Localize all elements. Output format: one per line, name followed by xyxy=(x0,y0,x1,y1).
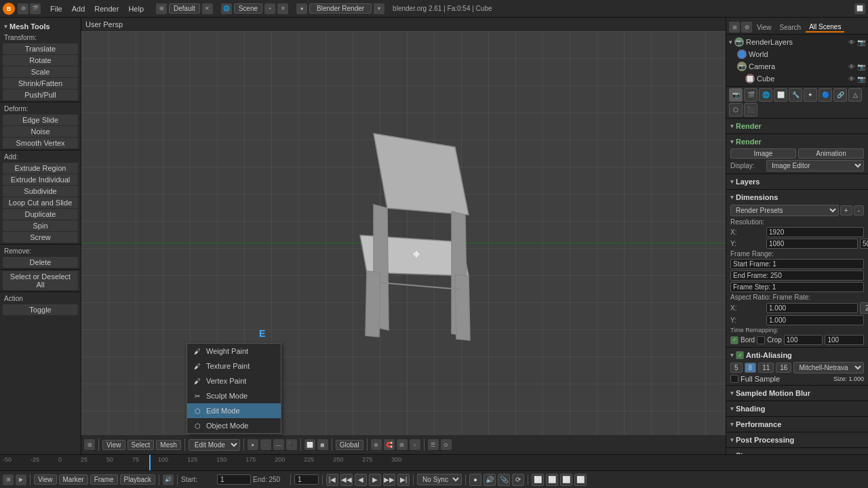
tab-all-scenes[interactable]: All Scenes xyxy=(806,22,844,33)
camera-render[interactable]: 📷 xyxy=(857,63,865,70)
close-scene-icon[interactable]: ✕ xyxy=(277,3,288,14)
render-presets-select[interactable]: Render Presets xyxy=(730,205,839,216)
material-prop-icon[interactable]: ⬡ xyxy=(729,103,743,117)
scene-item-world[interactable]: 🌐 World xyxy=(726,48,868,60)
engine-name[interactable]: Blender Render xyxy=(309,3,372,14)
scene-icon[interactable]: ⚙ xyxy=(18,3,28,14)
end-frame-input[interactable] xyxy=(730,270,864,281)
rotate-btn[interactable]: Rotate xyxy=(3,55,78,66)
vt-pivot[interactable]: ⊕ xyxy=(371,439,382,450)
start-frame-input[interactable] xyxy=(730,259,864,269)
vt-face-icon[interactable]: ⬛ xyxy=(286,439,297,450)
dimensions-title[interactable]: Dimensions xyxy=(729,191,865,203)
edit-mode-item[interactable]: ⬡ Edit Mode xyxy=(187,403,281,418)
aspect-y-input[interactable] xyxy=(766,315,864,325)
tab-view[interactable]: View xyxy=(753,23,775,32)
layout-name[interactable]: Default xyxy=(169,3,200,14)
aa-5-btn[interactable]: 5 xyxy=(730,363,743,373)
audio-toggle-btn[interactable]: 🔊 xyxy=(484,474,496,486)
bb-marker-btn[interactable]: Marker xyxy=(59,474,88,485)
render-icon-btn[interactable]: 🎬 xyxy=(30,3,41,14)
select-menu-btn[interactable]: Select xyxy=(127,440,155,450)
translate-btn[interactable]: Translate xyxy=(3,43,78,54)
aa-8-btn[interactable]: 8 xyxy=(745,363,757,373)
motion-blur-title[interactable]: Sampled Motion Blur xyxy=(729,387,865,399)
bb-editor-icon[interactable]: ⊞ xyxy=(3,474,14,485)
physics-prop-icon[interactable]: 🔵 xyxy=(818,88,832,102)
screw-btn[interactable]: Screw xyxy=(3,232,78,243)
bb-playback-btn[interactable]: Playback xyxy=(120,474,156,485)
shrink-fatten-btn[interactable]: Shrink/Fatten xyxy=(3,78,78,89)
add-preset-btn[interactable]: + xyxy=(840,205,852,216)
window-controls[interactable]: ⬜ xyxy=(854,3,865,14)
scene-name[interactable]: Scene xyxy=(234,3,262,14)
scene-type-icon[interactable]: 🌐 xyxy=(221,3,232,14)
crop-checkbox[interactable] xyxy=(757,336,765,344)
sync-select[interactable]: No Sync xyxy=(417,474,462,485)
scene-item-camera[interactable]: 📷 Camera 👁 📷 xyxy=(726,60,868,73)
vt-draw-icon[interactable]: ● xyxy=(248,439,258,450)
menu-help[interactable]: Help xyxy=(124,3,148,14)
mode-selector[interactable]: Edit Mode xyxy=(189,439,240,451)
extra-btn1[interactable]: ⬜ xyxy=(532,474,544,486)
render-prop-icon[interactable]: 📷 xyxy=(729,88,743,102)
bb-audio-icon[interactable]: 🔊 xyxy=(163,474,174,485)
bb-frame-btn[interactable]: Frame xyxy=(90,474,118,485)
layout-icon[interactable]: ⊞ xyxy=(156,3,167,14)
aa-checkbox[interactable]: ✓ xyxy=(736,351,744,359)
vt-shading2[interactable]: ◼ xyxy=(317,439,328,450)
delete-btn[interactable]: Delete xyxy=(3,257,78,268)
particles-prop-icon[interactable]: ✦ xyxy=(804,88,817,102)
menu-add[interactable]: Add xyxy=(68,3,90,14)
close-layout-icon[interactable]: ✕ xyxy=(202,3,213,14)
bb-view-btn[interactable]: View xyxy=(34,474,57,485)
post-processing-title[interactable]: Post Processing xyxy=(729,434,865,446)
prev-keyframe-btn[interactable]: ◀◀ xyxy=(340,474,353,486)
scene-item-renderlayers[interactable]: ▾ 📷 RenderLayers 👁 📷 xyxy=(726,36,868,48)
image-render-btn[interactable]: Image xyxy=(730,148,796,159)
aa-11-btn[interactable]: 11 xyxy=(758,363,774,373)
toggle-btn[interactable]: Toggle xyxy=(3,304,78,315)
extra-btn4[interactable]: ⬜ xyxy=(574,474,587,486)
skip-to-start-btn[interactable]: |◀ xyxy=(326,474,338,486)
tab-search[interactable]: Search xyxy=(776,23,805,32)
framerate-select[interactable]: 24 fps xyxy=(860,302,868,314)
scene-prop-icon[interactable]: 🎬 xyxy=(744,88,757,102)
object-mode-item[interactable]: ⬡ Object Mode xyxy=(187,418,281,433)
edge-slide-btn[interactable]: Edge Slide xyxy=(3,115,78,125)
cube-render[interactable]: 📷 xyxy=(857,75,865,83)
engine-arrow[interactable]: ▾ xyxy=(374,3,384,14)
res-x-input[interactable] xyxy=(766,227,864,237)
skip-to-end-btn[interactable]: ▶| xyxy=(397,474,410,486)
record-btn[interactable]: ● xyxy=(469,474,481,486)
subdivide-btn[interactable]: Subdivide xyxy=(3,186,78,197)
vt-shading1[interactable]: ⬜ xyxy=(304,439,315,450)
loop-cut-btn[interactable]: Loop Cut and Slide xyxy=(3,197,78,208)
res-percent-input[interactable] xyxy=(860,239,868,249)
stamp-title[interactable]: Stamp xyxy=(729,449,865,454)
play-btn[interactable]: ▶ xyxy=(369,474,381,486)
global-btn[interactable]: Global xyxy=(336,440,363,450)
menu-render[interactable]: Render xyxy=(90,3,123,14)
noise-btn[interactable]: Noise xyxy=(3,126,78,137)
camera-eye[interactable]: 👁 xyxy=(848,63,855,70)
aa-filter-select[interactable]: Mitchell-Netrava xyxy=(793,362,864,373)
object-prop-icon[interactable]: ⬜ xyxy=(774,88,787,102)
scene-title[interactable]: Render xyxy=(729,120,865,132)
remove-preset-btn[interactable]: - xyxy=(854,205,864,216)
mode-dropdown-menu[interactable]: 🖌 Weight Paint 🖌 Texture Paint 🖌 Vertex … xyxy=(186,343,281,434)
remap-new-input[interactable] xyxy=(825,335,864,345)
add-scene-icon[interactable]: + xyxy=(264,3,275,14)
rs-header-icon2[interactable]: ⚙ xyxy=(741,22,752,33)
render-section-title[interactable]: Render xyxy=(729,136,865,148)
bb-mode-icon[interactable]: ▶ xyxy=(16,474,26,485)
mesh-menu-btn[interactable]: Mesh xyxy=(156,440,180,450)
display-select[interactable]: Image Editor xyxy=(766,160,864,171)
vertex-paint-item[interactable]: 🖌 Vertex Paint xyxy=(187,373,281,388)
vt-edge-icon[interactable]: — xyxy=(273,439,284,450)
menu-file[interactable]: File xyxy=(46,3,66,14)
layers-title[interactable]: Layers xyxy=(729,176,865,188)
extra-btn2[interactable]: ⬜ xyxy=(546,474,558,486)
shading-title[interactable]: Shading xyxy=(729,403,865,415)
sculpt-mode-item[interactable]: ✂ Sculpt Mode xyxy=(187,388,281,403)
